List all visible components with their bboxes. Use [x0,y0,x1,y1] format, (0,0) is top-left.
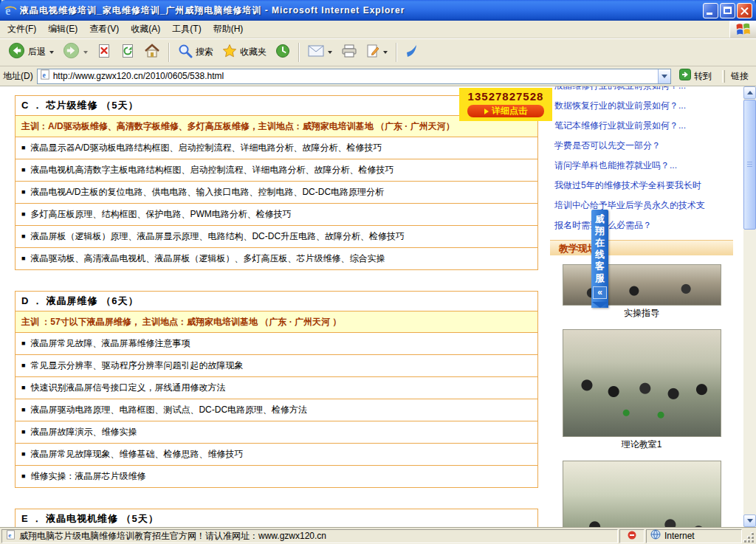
course-row: 液晶屏故障演示、维修实操 [16,421,537,444]
go-button[interactable]: 转到 [675,67,716,85]
go-label: 转到 [694,70,712,83]
globe-icon [650,529,661,543]
address-input[interactable]: e http://www.gzwx120.cn/2010/0605/538.ht… [37,69,671,84]
gallery-photo-3[interactable] [563,461,721,527]
refresh-button[interactable] [117,41,139,63]
back-icon [8,42,25,62]
print-icon [341,44,357,61]
ribbon-tip [592,302,608,308]
sidebar: 液晶维修行业的就业前景如何？... 数据恢复行业的就业前景如何？... 笔记本维… [550,86,733,527]
toolbar: 后退 搜索 [0,38,756,66]
course-row: 液晶电视A/D主板的复位电路、供电电路、输入接口电路、控制电路、DC-DC电路原… [16,182,537,204]
ie-app-icon: e [4,4,17,17]
faq-link[interactable]: 培训中心给予毕业后学员永久的技术支 [550,196,733,216]
page-icon: e [40,69,50,83]
address-url[interactable]: http://www.gzwx120.cn/2010/0605/538.html [53,71,655,81]
address-bar: 地址(D) e http://www.gzwx120.cn/2010/0605/… [0,66,756,86]
section-e-table: E ． 液晶电视机维修 （5天） [15,509,538,527]
section-d-title: D ． 液晶屏维修 （6天） [16,292,537,311]
online-service-label: 威翔在线客服 [594,210,605,284]
windows-logo-icon [729,21,756,38]
status-alert-icon [628,529,636,543]
page-content: C ． 芯片级维修 （5天） 主训：A/D驱动板维修、高清数字板维修、多灯高压板… [0,86,756,527]
course-row: 液晶屏常见故障现象、维修基础、检修思路、维修技巧 [16,444,537,466]
menu-bar: 文件(F) 编辑(E) 查看(V) 收藏(A) 工具(T) 帮助(H) [0,21,756,38]
faq-link[interactable]: 液晶维修行业的就业前景如何？... [550,86,733,96]
messenger-quill-icon [405,44,419,61]
faq-links: 液晶维修行业的就业前景如何？... 数据恢复行业的就业前景如何？... 笔记本维… [550,86,733,235]
address-label: 地址(D) [3,70,33,83]
history-button[interactable] [272,41,294,63]
mail-dropdown-icon[interactable] [328,51,332,54]
photo-caption: 理论教室1 [550,437,733,452]
phone-number: 13527827528 [459,88,552,103]
resize-grip[interactable] [743,529,755,543]
stop-icon [97,44,111,61]
toolbar-separator [168,43,170,62]
section-c-table: C ． 芯片级维修 （5天） 主训：A/D驱动板维修、高清数字板维修、多灯高压板… [15,95,538,270]
back-label: 后退 [28,46,46,58]
links-label[interactable]: 链接 [731,70,753,83]
forward-button[interactable] [59,40,92,64]
scrollbar-thumb[interactable] [743,100,756,230]
pointer-icon [484,109,489,114]
stop-button[interactable] [93,41,115,63]
gallery-photo-2[interactable] [563,329,721,437]
faq-link[interactable]: 报名时需要什么必需品？ [550,216,733,235]
course-row: 多灯高压板原理、结构框图、保护电路、PWM电路分析、检修技巧 [16,204,537,226]
status-page-icon: e [6,529,16,543]
phone-promo-box: 13527827528 详细点击 [459,88,552,121]
title-bar[interactable]: e 液晶电视维修培训_家电维修培训_广州威翔电脑维修培训 - Microsoft… [0,0,756,21]
gallery-photo-1[interactable] [563,264,721,306]
faq-link[interactable]: 数据恢复行业的就业前景如何？... [550,96,733,116]
menu-view[interactable]: 查看(V) [83,20,125,38]
search-label: 搜索 [196,46,213,58]
course-row: 液晶电视机高清数字主板电路结构框图、启动控制流程、详细电路分析、故障分析、检修技… [16,159,537,182]
scroll-up-button[interactable] [743,86,756,99]
status-bar: e 威翔电脑芯片级电脑维修培训教育招生官方网！请认准网址：www.gzwx120… [0,527,756,544]
course-row: 维修实操：液晶屏芯片级维修 [16,466,537,488]
menu-tools[interactable]: 工具(T) [166,20,207,38]
course-row: 液晶驱动板、高清液晶电视机、液晶屏板（逻辑板）、多灯高压板、芯片级维修、综合实操 [16,248,537,270]
edit-dropdown-icon[interactable] [383,51,388,54]
messenger-button[interactable] [402,41,422,63]
status-message-panel: e 威翔电脑芯片级电脑维修培训教育招生官方网！请认准网址：www.gzwx120… [1,529,618,543]
faq-link[interactable]: 学费是否可以先交一部分？ [550,136,733,156]
menu-file[interactable]: 文件(F) [1,20,42,38]
back-button[interactable]: 后退 [4,40,58,64]
window-title: 液晶电视维修培训_家电维修培训_广州威翔电脑维修培训 - Microsoft I… [20,4,703,17]
address-dropdown-button[interactable] [658,69,670,83]
close-button[interactable] [737,3,752,18]
faq-link[interactable]: 笔记本维修行业就业前景如何？... [550,116,733,136]
back-dropdown-icon[interactable] [49,51,54,54]
print-button[interactable] [337,42,361,63]
search-icon [178,44,193,61]
collapse-button[interactable]: « [593,286,607,299]
svg-text:e: e [5,4,10,17]
faq-link[interactable]: 请问学单科也能推荐就业吗？... [550,156,733,176]
online-service-tab[interactable]: 威翔在线客服 « [591,210,608,308]
menu-help[interactable]: 帮助(H) [207,20,250,38]
faq-link[interactable]: 我做过5年的维修技术学全科要我长时 [550,176,733,196]
course-row: 液晶显示器A/D驱动板电路结构框图、启动控制流程、详细电路分析、故障分析、检修技… [16,137,537,159]
vertical-scrollbar[interactable] [743,86,756,527]
links-toolbar-handle[interactable] [722,70,725,83]
favorites-star-icon [222,44,237,61]
favorites-button[interactable]: 收藏夹 [219,41,270,63]
scroll-down-button[interactable] [743,514,756,527]
forward-dropdown-icon[interactable] [83,51,88,54]
promo-detail-button[interactable]: 详细点击 [467,105,544,117]
edit-button[interactable] [362,42,391,63]
menu-favorites[interactable]: 收藏(A) [125,20,166,38]
menu-edit[interactable]: 编辑(E) [42,20,83,38]
status-indicator-panel [619,529,645,543]
minimize-button[interactable] [703,3,718,18]
home-button[interactable] [140,41,164,63]
search-button[interactable]: 搜索 [174,41,217,63]
maximize-button[interactable] [720,3,735,18]
svg-text:e: e [8,531,11,539]
home-icon [144,44,160,61]
mail-button[interactable] [304,43,336,62]
section-e-title: E ． 液晶电视机维修 （5天） [16,509,537,527]
section-d-highlight: 主训 ：57寸以下液晶屏维修， 主训地点：威翔家电培训基地 （广东 · 广州天河… [16,311,537,333]
